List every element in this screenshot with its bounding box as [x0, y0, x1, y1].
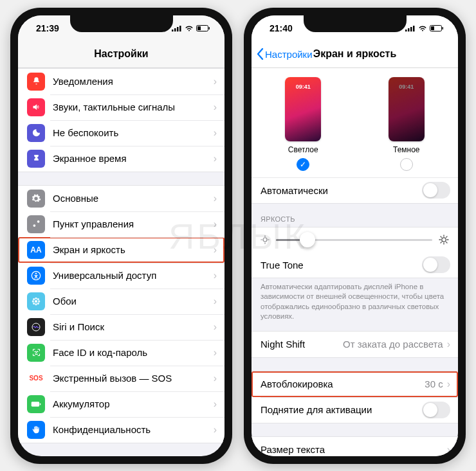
- row-label: Основные: [53, 193, 214, 204]
- nav-bar: Настройки: [18, 41, 224, 68]
- row-label: Уведомления: [53, 76, 214, 87]
- radio-unselected[interactable]: [400, 158, 413, 171]
- clock: 21:39: [36, 23, 59, 33]
- battery-icon: [196, 25, 210, 31]
- nightshift-label: Night Shift: [261, 339, 343, 350]
- svg-point-13: [38, 300, 40, 302]
- row-label: Обои: [53, 296, 214, 307]
- radio-selected[interactable]: [297, 158, 309, 171]
- dark-thumb: [389, 77, 425, 141]
- settings-row[interactable]: Уведомления›: [18, 69, 224, 94]
- settings-row[interactable]: Звуки, тактильные сигналы›: [18, 94, 224, 120]
- page-title: Экран и яркость: [313, 48, 397, 60]
- row-label: Экран и яркость: [53, 244, 214, 255]
- bell-icon: [27, 73, 45, 91]
- svg-point-11: [35, 303, 37, 305]
- battery-icon: [430, 25, 444, 31]
- settings-row[interactable]: Экранное время›: [18, 146, 224, 172]
- hand-icon: [27, 421, 45, 439]
- light-label: Светлое: [285, 145, 321, 154]
- chevron-right-icon: ›: [214, 102, 217, 113]
- svg-rect-22: [40, 403, 41, 405]
- chevron-right-icon: ›: [447, 444, 450, 456]
- toggle-truetone[interactable]: [422, 256, 450, 273]
- sun-low-icon: [261, 235, 270, 244]
- svg-line-45: [446, 242, 447, 243]
- svg-point-34: [263, 238, 267, 242]
- wifi-icon: [185, 25, 194, 31]
- chevron-right-icon: ›: [214, 347, 217, 359]
- settings-row[interactable]: Face ID и код-пароль›: [18, 340, 224, 366]
- brightness-slider-row: [252, 227, 458, 253]
- display-settings[interactable]: Светлое Темное Автоматически ЯРКОСТЬ: [252, 68, 458, 456]
- sos-icon: SOS: [27, 369, 45, 387]
- row-label: Siri и Поиск: [53, 321, 214, 332]
- svg-rect-33: [443, 27, 444, 30]
- row-automatic[interactable]: Автоматически: [252, 178, 458, 204]
- switches-icon: [27, 215, 45, 233]
- textsize-label: Размер текста: [261, 444, 447, 455]
- svg-rect-27: [405, 30, 407, 31]
- chevron-right-icon: ›: [214, 218, 217, 230]
- svg-rect-30: [413, 26, 415, 31]
- svg-rect-3: [179, 26, 181, 31]
- settings-row[interactable]: Аккумулятор›: [18, 391, 224, 417]
- hourglass-icon: [27, 150, 45, 168]
- svg-line-44: [441, 236, 441, 237]
- svg-point-15: [37, 298, 39, 300]
- signal-icon: [405, 25, 416, 31]
- signal-icon: [172, 25, 182, 31]
- brightness-header: ЯРКОСТЬ: [252, 204, 458, 227]
- settings-row[interactable]: Пункт управления›: [18, 211, 224, 237]
- settings-row[interactable]: Конфиденциальность›: [18, 417, 224, 443]
- truetone-footer: Автоматически адаптировать дисплей iPhon…: [252, 278, 458, 324]
- flower-icon: [27, 292, 45, 310]
- row-label: Пункт управления: [53, 218, 214, 229]
- phone-right: 21:40 Настройки Экран и яркость Светлое: [244, 8, 466, 464]
- chevron-right-icon: ›: [214, 76, 217, 87]
- row-raise-to-wake[interactable]: Поднятие для активации: [252, 397, 458, 423]
- settings-row[interactable]: SOSЭкстренный вызов — SOS›: [18, 366, 224, 391]
- settings-row[interactable]: Siri и Поиск›: [18, 314, 224, 340]
- toggle-raise[interactable]: [422, 402, 450, 418]
- appearance-dark[interactable]: Темное: [389, 77, 425, 171]
- back-button[interactable]: Настройки: [257, 41, 313, 67]
- chevron-right-icon: ›: [214, 270, 217, 281]
- settings-row[interactable]: Обои›: [18, 289, 224, 314]
- chevron-right-icon: ›: [447, 378, 450, 390]
- svg-rect-0: [172, 30, 174, 31]
- row-label: Звуки, тактильные сигналы: [53, 102, 214, 112]
- row-textsize[interactable]: Размер текста ›: [252, 437, 458, 456]
- settings-row[interactable]: Не беспокоить›: [18, 120, 224, 146]
- settings-row[interactable]: AAЭкран и яркость›: [18, 237, 224, 263]
- svg-rect-29: [410, 27, 412, 31]
- wifi-icon: [418, 25, 427, 31]
- dark-label: Темное: [389, 145, 425, 154]
- autolock-label: Автоблокировка: [261, 378, 425, 389]
- settings-list[interactable]: Уведомления›Звуки, тактильные сигналы›Не…: [18, 68, 224, 456]
- chevron-right-icon: ›: [214, 244, 217, 256]
- nightshift-value: От заката до рассвета: [343, 339, 443, 350]
- chevron-right-icon: ›: [447, 339, 450, 350]
- settings-row[interactable]: Основные›: [18, 186, 224, 211]
- appearance-light[interactable]: Светлое: [285, 77, 321, 171]
- svg-point-14: [33, 298, 35, 300]
- chevron-right-icon: ›: [214, 373, 217, 384]
- row-truetone[interactable]: True Tone: [252, 253, 458, 278]
- siri-icon: [27, 318, 45, 336]
- row-label: Экранное время: [53, 153, 214, 164]
- settings-row[interactable]: Универсальный доступ›: [18, 263, 224, 289]
- svg-line-46: [441, 242, 441, 243]
- chevron-right-icon: ›: [214, 321, 217, 333]
- svg-point-16: [33, 302, 35, 304]
- toggle-automatic[interactable]: [422, 182, 450, 199]
- chevron-right-icon: ›: [214, 424, 217, 436]
- chevron-right-icon: ›: [214, 153, 217, 164]
- nav-bar: Настройки Экран и яркость: [252, 41, 458, 68]
- raise-label: Поднятие для активации: [261, 404, 422, 415]
- svg-point-20: [37, 351, 37, 352]
- brightness-slider[interactable]: [276, 239, 432, 241]
- row-autolock[interactable]: Автоблокировка 30 с ›: [252, 371, 458, 397]
- notch: [304, 15, 407, 32]
- row-nightshift[interactable]: Night Shift От заката до рассвета ›: [252, 332, 458, 357]
